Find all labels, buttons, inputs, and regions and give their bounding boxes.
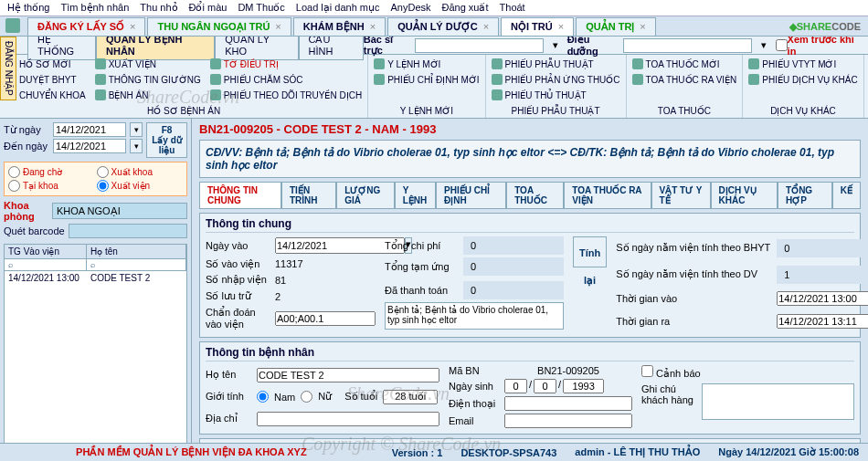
department-input[interactable] — [52, 203, 187, 219]
from-date-picker[interactable]: ▾ — [130, 122, 143, 137]
patient-tab[interactable]: TOA THUỐC RA VIỆN — [564, 182, 651, 208]
main-tab[interactable]: NỘI TRÚ× — [501, 17, 574, 36]
ribbon-item[interactable]: DUYỆT BHYT — [5, 72, 86, 87]
menu-item[interactable]: AnyDesk — [390, 2, 430, 14]
tg-ra[interactable] — [777, 314, 868, 329]
ribbon-icon — [492, 89, 503, 100]
ribbon-item[interactable]: PHIẾU DỊCH VỤ KHÁC — [748, 72, 857, 87]
menu-item[interactable]: Hệ thống — [7, 2, 49, 14]
ribbon-item[interactable]: PHIẾU CHĂM SÓC — [210, 72, 362, 87]
ribbon-item[interactable]: THÔNG TIN GIƯỜNG — [95, 72, 201, 87]
main-tabbar: ĐĂNG KÝ LẤY SỐ×THU NGÂN NGOẠI TRÚ×KHÁM B… — [0, 16, 868, 37]
ribbon-icon — [492, 74, 503, 85]
bacsi-label: Bác sĩ trực — [364, 34, 412, 57]
table-row[interactable]: 14/12/2021 13:00CODE TEST 2 — [5, 271, 186, 285]
barcode-label: Quét barcode — [4, 225, 65, 236]
chan-doan-text[interactable]: Bệnh tả; Bệnh tả do Vibrio cholerae 01, … — [385, 302, 564, 330]
status-radio[interactable]: Xuất viện — [97, 180, 184, 192]
main-tab[interactable]: QUẢN LÝ DƯỢC× — [387, 17, 499, 36]
ribbon-icon — [632, 58, 643, 69]
right-panel: BN21-009205 - CODE TEST 2 - NAM - 1993 C… — [192, 119, 868, 449]
ribbon-icon — [492, 58, 503, 69]
ribbon-item[interactable]: PHIẾU PHẪU THUẬT — [492, 57, 620, 71]
chan-doan-code[interactable] — [275, 311, 376, 326]
gender-female[interactable] — [301, 391, 312, 403]
tinh-lai-button[interactable]: Tính lại — [573, 236, 607, 267]
subtab-row: HỆ THỐNGQUẢN LÝ BỆNH NHÂNQUẢN LÝ KHOCẤU … — [0, 37, 868, 55]
main-tab[interactable]: QUẢN TRỊ× — [576, 17, 656, 36]
section-general: Thông tin chung Ngày vào▾ Số vào viện113… — [199, 213, 861, 338]
ho-ten-input[interactable] — [257, 368, 439, 382]
ribbon-item[interactable]: TOA THUỐC MỚI — [632, 57, 737, 71]
menu-item[interactable]: Thoát — [500, 2, 525, 14]
so-luu-tru: 2 — [275, 291, 376, 302]
tg-vao[interactable] — [777, 291, 868, 306]
close-icon[interactable]: × — [558, 21, 564, 32]
main-tab[interactable]: THU NGÂN NGOẠI TRÚ× — [147, 17, 291, 36]
gender-male[interactable] — [257, 391, 269, 403]
ribbon-item[interactable]: PHIẾU THỦ THUẬT — [492, 88, 620, 102]
search-icon[interactable]: ⌕ — [87, 259, 186, 270]
menu-item[interactable]: DM Thuốc — [238, 2, 284, 14]
ribbon-item[interactable]: PHIẾU THEO DÕI TRUYỀN DỊCH — [210, 88, 362, 102]
menu-item[interactable]: Đăng xuất — [442, 2, 489, 14]
patient-tab[interactable]: KẾ — [832, 182, 861, 208]
patient-tab[interactable]: DỊCH VỤ KHÁC — [711, 182, 778, 208]
patient-tab[interactable]: Y LỆNH — [395, 182, 436, 208]
patient-tab[interactable]: TOA THUỐC — [506, 182, 564, 208]
status-radio[interactable]: Xuất khoa — [97, 166, 184, 178]
preview-checkbox[interactable] — [776, 39, 788, 51]
main-tab[interactable]: KHÁM BỆNH× — [293, 17, 386, 36]
patient-tab[interactable]: TIẾN TRÌNH — [281, 182, 336, 208]
dieuduong-input[interactable] — [623, 38, 751, 53]
close-icon[interactable]: × — [370, 21, 376, 32]
patient-tab[interactable]: TỔNG HỢP — [778, 182, 832, 208]
section-patient: Thông tin bệnh nhân Họ tên Giới tính Nam… — [199, 341, 861, 435]
close-icon[interactable]: × — [275, 21, 281, 32]
main-tab[interactable]: ĐĂNG KÝ LẤY SỐ× — [27, 17, 145, 36]
ribbon-item[interactable]: PHIẾU VTYT MỚI — [748, 57, 857, 71]
ribbon-item[interactable]: HỒ SƠ MỚI — [5, 57, 86, 71]
ribbon-item[interactable]: BỆNH ÁN — [95, 88, 201, 102]
login-vertical-tab[interactable]: ĐĂNG NHẬP — [0, 37, 16, 100]
ribbon-item[interactable]: PHIẾU CHỈ ĐỊNH MỚI — [374, 72, 479, 87]
close-icon[interactable]: × — [483, 21, 489, 32]
warning-checkbox[interactable] — [641, 365, 653, 377]
to-date-label: Đến ngày — [4, 141, 49, 152]
note-textarea[interactable] — [702, 383, 854, 420]
ribbon-icon — [210, 89, 221, 100]
bacsi-input[interactable] — [415, 38, 543, 53]
preview-label: Xem trước khi in — [788, 34, 861, 57]
ribbon-item[interactable]: PHIẾU PHẢN ỨNG THUỐC — [492, 72, 620, 87]
to-date-picker[interactable]: ▾ — [130, 139, 143, 153]
menu-item[interactable]: Đổi màu — [189, 2, 228, 14]
status-radio[interactable]: Đang chờ — [8, 166, 95, 178]
patient-grid[interactable]: TG Vào việnHọ tên ⌕⌕ 14/12/2021 13:00COD… — [4, 244, 187, 445]
to-date-input[interactable] — [53, 139, 126, 153]
barcode-input[interactable] — [69, 224, 187, 238]
menu-item[interactable]: Tìm bệnh nhân — [60, 2, 129, 14]
close-icon[interactable]: × — [640, 21, 645, 32]
ribbon-item[interactable]: XUẤT VIỆN — [95, 57, 201, 71]
menu-item[interactable]: Load lại danh mục — [296, 2, 380, 14]
ribbon-icon — [374, 74, 385, 85]
search-icon[interactable]: ⌕ — [5, 259, 87, 270]
ribbon-item[interactable]: TOA THUỐC RA VIỆN — [632, 72, 737, 87]
phone-input[interactable] — [504, 396, 632, 411]
patient-tab[interactable]: THÔNG TIN CHUNG — [199, 182, 281, 208]
close-icon[interactable]: × — [130, 21, 135, 32]
menu-item[interactable]: Thu nhỏ — [140, 2, 177, 14]
email-input[interactable] — [504, 414, 632, 428]
ribbon-item[interactable]: CHUYỂN KHOA — [5, 88, 86, 102]
patient-tab[interactable]: VẬT TƯ Y TẾ — [651, 182, 711, 208]
left-panel: Từ ngày ▾ Đến ngày ▾ F8 Lấy dữ liệu Đang… — [0, 119, 192, 449]
status-radio[interactable]: Tại khoa — [8, 180, 95, 192]
from-date-input[interactable] — [53, 122, 126, 137]
diachi-input[interactable] — [257, 412, 439, 426]
ribbon-item[interactable]: TỜ ĐIỀU TRỊ — [210, 57, 362, 71]
f8-button[interactable]: F8 Lấy dữ liệu — [146, 122, 187, 158]
diagnosis-box: CĐ/VV: Bệnh tả; Bệnh tả do Vibrio choler… — [199, 140, 861, 178]
patient-tab[interactable]: LƯỢNG GIÁ — [336, 182, 394, 208]
patient-tab[interactable]: PHIẾU CHỈ ĐỊNH — [436, 182, 506, 208]
ribbon-item[interactable]: Y LỆNH MỚI — [374, 57, 479, 71]
